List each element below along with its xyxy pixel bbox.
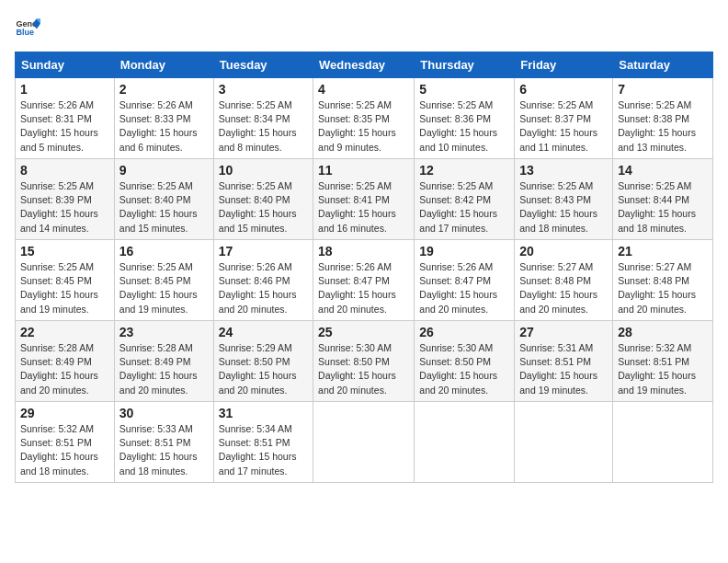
day-detail: Sunrise: 5:32 AMSunset: 8:51 PMDaylight:… (618, 342, 696, 396)
day-detail: Sunrise: 5:25 AMSunset: 8:37 PMDaylight:… (519, 99, 597, 153)
calendar-day-23: 23 Sunrise: 5:28 AMSunset: 8:49 PMDaylig… (114, 321, 213, 402)
logo: General Blue (15, 15, 44, 40)
day-number: 23 (119, 325, 209, 339)
day-number: 20 (519, 244, 608, 259)
day-number: 4 (318, 82, 409, 97)
day-number: 16 (119, 244, 209, 259)
calendar-day-3: 3 Sunrise: 5:25 AMSunset: 8:34 PMDayligh… (213, 78, 313, 159)
calendar-day-8: 8 Sunrise: 5:25 AMSunset: 8:39 PMDayligh… (16, 159, 115, 240)
calendar-day-2: 2 Sunrise: 5:26 AMSunset: 8:33 PMDayligh… (114, 78, 213, 159)
day-number: 5 (419, 82, 509, 97)
calendar-day-19: 19 Sunrise: 5:26 AMSunset: 8:47 PMDaylig… (415, 240, 515, 321)
calendar-day-29: 29 Sunrise: 5:32 AMSunset: 8:51 PMDaylig… (16, 402, 115, 483)
day-detail: Sunrise: 5:30 AMSunset: 8:50 PMDaylight:… (419, 342, 497, 396)
calendar-day-11: 11 Sunrise: 5:25 AMSunset: 8:41 PMDaylig… (313, 159, 415, 240)
day-number: 6 (519, 82, 608, 97)
weekday-header-tuesday: Tuesday (213, 52, 313, 78)
day-detail: Sunrise: 5:25 AMSunset: 8:43 PMDaylight:… (519, 180, 597, 234)
day-number: 31 (219, 406, 308, 420)
day-detail: Sunrise: 5:26 AMSunset: 8:33 PMDaylight:… (119, 99, 198, 153)
day-detail: Sunrise: 5:30 AMSunset: 8:50 PMDaylight:… (318, 342, 396, 396)
calendar-week-1: 1 Sunrise: 5:26 AMSunset: 8:31 PMDayligh… (16, 78, 713, 159)
day-detail: Sunrise: 5:25 AMSunset: 8:44 PMDaylight:… (618, 180, 696, 234)
calendar-week-2: 8 Sunrise: 5:25 AMSunset: 8:39 PMDayligh… (16, 159, 713, 240)
calendar-day-10: 10 Sunrise: 5:25 AMSunset: 8:40 PMDaylig… (213, 159, 313, 240)
day-detail: Sunrise: 5:33 AMSunset: 8:51 PMDaylight:… (119, 423, 198, 477)
calendar-day-7: 7 Sunrise: 5:25 AMSunset: 8:38 PMDayligh… (613, 78, 713, 159)
day-number: 22 (20, 325, 109, 339)
empty-cell (613, 402, 713, 483)
calendar-day-16: 16 Sunrise: 5:25 AMSunset: 8:45 PMDaylig… (114, 240, 213, 321)
logo-icon: General Blue (15, 15, 40, 40)
day-number: 25 (318, 325, 409, 339)
day-detail: Sunrise: 5:25 AMSunset: 8:40 PMDaylight:… (219, 180, 297, 234)
day-number: 15 (20, 244, 109, 259)
weekday-header-sunday: Sunday (16, 52, 115, 78)
day-number: 8 (20, 163, 109, 178)
day-detail: Sunrise: 5:25 AMSunset: 8:35 PMDaylight:… (318, 99, 396, 153)
day-detail: Sunrise: 5:31 AMSunset: 8:51 PMDaylight:… (519, 342, 597, 396)
calendar-day-14: 14 Sunrise: 5:25 AMSunset: 8:44 PMDaylig… (613, 159, 713, 240)
calendar-table: SundayMondayTuesdayWednesdayThursdayFrid… (15, 52, 713, 483)
day-detail: Sunrise: 5:25 AMSunset: 8:45 PMDaylight:… (119, 261, 198, 315)
day-detail: Sunrise: 5:25 AMSunset: 8:39 PMDaylight:… (20, 180, 98, 234)
calendar-day-31: 31 Sunrise: 5:34 AMSunset: 8:51 PMDaylig… (213, 402, 313, 483)
calendar-day-20: 20 Sunrise: 5:27 AMSunset: 8:48 PMDaylig… (515, 240, 613, 321)
day-detail: Sunrise: 5:25 AMSunset: 8:40 PMDaylight:… (119, 180, 198, 234)
day-detail: Sunrise: 5:25 AMSunset: 8:41 PMDaylight:… (318, 180, 396, 234)
day-number: 7 (618, 82, 708, 97)
day-number: 19 (419, 244, 509, 259)
calendar-day-30: 30 Sunrise: 5:33 AMSunset: 8:51 PMDaylig… (114, 402, 213, 483)
day-number: 1 (20, 82, 109, 97)
day-number: 14 (618, 163, 708, 178)
calendar-day-6: 6 Sunrise: 5:25 AMSunset: 8:37 PMDayligh… (515, 78, 613, 159)
day-number: 28 (618, 325, 708, 339)
day-number: 12 (419, 163, 509, 178)
calendar-day-5: 5 Sunrise: 5:25 AMSunset: 8:36 PMDayligh… (415, 78, 515, 159)
calendar-week-3: 15 Sunrise: 5:25 AMSunset: 8:45 PMDaylig… (16, 240, 713, 321)
day-detail: Sunrise: 5:25 AMSunset: 8:38 PMDaylight:… (618, 99, 696, 153)
day-detail: Sunrise: 5:25 AMSunset: 8:36 PMDaylight:… (419, 99, 497, 153)
calendar-day-12: 12 Sunrise: 5:25 AMSunset: 8:42 PMDaylig… (415, 159, 515, 240)
day-detail: Sunrise: 5:32 AMSunset: 8:51 PMDaylight:… (20, 423, 98, 477)
calendar-day-9: 9 Sunrise: 5:25 AMSunset: 8:40 PMDayligh… (114, 159, 213, 240)
calendar-day-4: 4 Sunrise: 5:25 AMSunset: 8:35 PMDayligh… (313, 78, 415, 159)
day-detail: Sunrise: 5:27 AMSunset: 8:48 PMDaylight:… (618, 261, 696, 315)
day-detail: Sunrise: 5:25 AMSunset: 8:42 PMDaylight:… (419, 180, 497, 234)
weekday-header-wednesday: Wednesday (313, 52, 415, 78)
empty-cell (313, 402, 415, 483)
weekday-header-saturday: Saturday (613, 52, 713, 78)
calendar-week-4: 22 Sunrise: 5:28 AMSunset: 8:49 PMDaylig… (16, 321, 713, 402)
calendar-week-5: 29 Sunrise: 5:32 AMSunset: 8:51 PMDaylig… (16, 402, 713, 483)
day-detail: Sunrise: 5:25 AMSunset: 8:45 PMDaylight:… (20, 261, 98, 315)
calendar-header-row: SundayMondayTuesdayWednesdayThursdayFrid… (16, 52, 713, 78)
day-detail: Sunrise: 5:26 AMSunset: 8:47 PMDaylight:… (318, 261, 396, 315)
day-number: 11 (318, 163, 409, 178)
day-number: 24 (219, 325, 308, 339)
calendar-day-13: 13 Sunrise: 5:25 AMSunset: 8:43 PMDaylig… (515, 159, 613, 240)
empty-cell (415, 402, 515, 483)
day-number: 26 (419, 325, 509, 339)
calendar-day-26: 26 Sunrise: 5:30 AMSunset: 8:50 PMDaylig… (415, 321, 515, 402)
day-detail: Sunrise: 5:25 AMSunset: 8:34 PMDaylight:… (219, 99, 297, 153)
calendar-day-25: 25 Sunrise: 5:30 AMSunset: 8:50 PMDaylig… (313, 321, 415, 402)
day-number: 30 (119, 406, 209, 420)
day-detail: Sunrise: 5:26 AMSunset: 8:46 PMDaylight:… (219, 261, 297, 315)
calendar-body: 1 Sunrise: 5:26 AMSunset: 8:31 PMDayligh… (16, 78, 713, 483)
calendar-day-17: 17 Sunrise: 5:26 AMSunset: 8:46 PMDaylig… (213, 240, 313, 321)
calendar-day-15: 15 Sunrise: 5:25 AMSunset: 8:45 PMDaylig… (16, 240, 115, 321)
day-detail: Sunrise: 5:26 AMSunset: 8:47 PMDaylight:… (419, 261, 497, 315)
day-number: 29 (20, 406, 109, 420)
day-detail: Sunrise: 5:26 AMSunset: 8:31 PMDaylight:… (20, 99, 98, 153)
day-number: 10 (219, 163, 308, 178)
calendar-day-22: 22 Sunrise: 5:28 AMSunset: 8:49 PMDaylig… (16, 321, 115, 402)
day-number: 9 (119, 163, 209, 178)
day-number: 2 (119, 82, 209, 97)
day-detail: Sunrise: 5:27 AMSunset: 8:48 PMDaylight:… (519, 261, 597, 315)
svg-text:Blue: Blue (16, 28, 34, 37)
day-number: 21 (618, 244, 708, 259)
day-number: 13 (519, 163, 608, 178)
calendar-day-21: 21 Sunrise: 5:27 AMSunset: 8:48 PMDaylig… (613, 240, 713, 321)
page-header: General Blue (15, 15, 713, 40)
weekday-header-thursday: Thursday (415, 52, 515, 78)
